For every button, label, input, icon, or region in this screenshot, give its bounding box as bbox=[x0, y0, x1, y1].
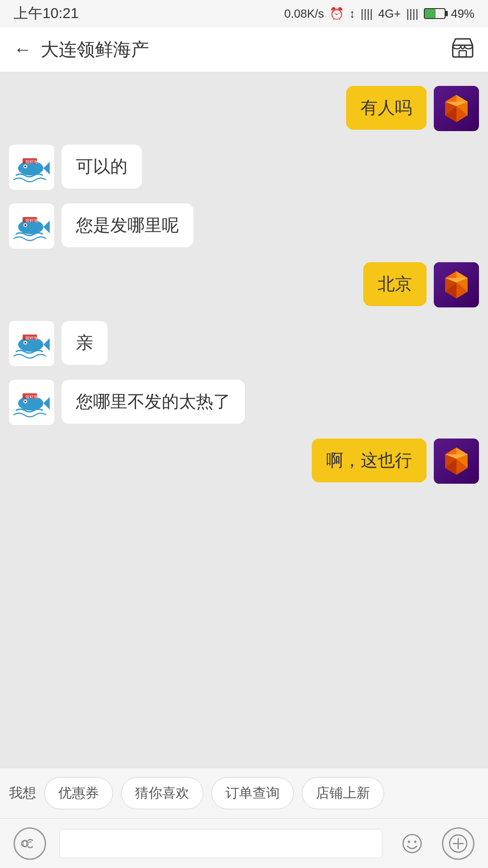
svg-point-57 bbox=[414, 840, 417, 843]
message-row: 北京 bbox=[9, 262, 479, 307]
header: ← 大连领鲜海产 bbox=[0, 27, 488, 72]
message-bubble: 您是发哪里呢 bbox=[61, 203, 193, 247]
message-bubble: 有人吗 bbox=[346, 86, 427, 130]
message-bubble: 亲 bbox=[61, 321, 108, 365]
signal-bars-2: |||| bbox=[406, 7, 418, 21]
network-speed: 0.08K/s bbox=[284, 7, 324, 21]
message-bubble: 啊，这也行 bbox=[312, 439, 427, 482]
quick-reply-coupons[interactable]: 优惠券 bbox=[44, 777, 113, 809]
chat-area: 有人吗 领鲜海产 可以的 bbox=[0, 72, 488, 768]
avatar-user bbox=[434, 86, 479, 131]
svg-rect-1 bbox=[459, 51, 466, 57]
message-row: 领鲜海产 亲 bbox=[9, 321, 479, 366]
status-time: 上午10:21 bbox=[14, 4, 79, 24]
svg-point-54 bbox=[22, 840, 28, 847]
input-bar bbox=[0, 818, 488, 868]
avatar-user bbox=[434, 439, 479, 484]
svg-text:领鲜海产: 领鲜海产 bbox=[25, 395, 42, 399]
header-left: ← 大连领鲜海产 bbox=[14, 37, 149, 62]
message-row: 领鲜海产 您哪里不发的太热了 bbox=[9, 380, 479, 425]
quick-reply-orders[interactable]: 订单查询 bbox=[211, 777, 294, 809]
message-row: 领鲜海产 可以的 bbox=[9, 145, 479, 190]
status-bar: 上午10:21 0.08K/s ⏰ ↕ |||| 4G+ |||| 49% bbox=[0, 0, 488, 27]
message-input[interactable] bbox=[60, 829, 382, 858]
svg-point-36 bbox=[24, 342, 26, 344]
avatar-shop: 领鲜海产 bbox=[9, 321, 54, 366]
message-row: 有人吗 bbox=[9, 86, 479, 131]
network-type: 4G+ bbox=[378, 7, 401, 21]
quick-reply-new-items[interactable]: 店铺上新 bbox=[302, 777, 384, 809]
signal-icon: ↕ bbox=[349, 7, 355, 21]
quick-reply-recommend[interactable]: 猜你喜欢 bbox=[121, 777, 203, 809]
quick-reply-label: 我想 bbox=[9, 784, 36, 802]
page-title: 大连领鲜海产 bbox=[41, 37, 149, 62]
store-icon[interactable] bbox=[451, 37, 474, 62]
battery-icon bbox=[424, 8, 446, 19]
emoji-button[interactable] bbox=[396, 827, 428, 860]
svg-text:领鲜海产: 领鲜海产 bbox=[25, 218, 42, 223]
avatar-shop: 领鲜海产 bbox=[9, 380, 54, 425]
svg-text:领鲜海产: 领鲜海产 bbox=[25, 160, 42, 164]
svg-point-55 bbox=[403, 835, 421, 853]
status-right: 0.08K/s ⏰ ↕ |||| 4G+ |||| 49% bbox=[284, 7, 474, 21]
svg-text:领鲜海产: 领鲜海产 bbox=[25, 336, 42, 340]
message-bubble: 您哪里不发的太热了 bbox=[61, 380, 245, 424]
avatar-shop: 领鲜海产 bbox=[9, 203, 54, 249]
back-button[interactable]: ← bbox=[14, 39, 32, 60]
quick-reply-bar: 我想 优惠券 猜你喜欢 订单查询 店铺上新 bbox=[0, 768, 488, 818]
svg-point-21 bbox=[24, 224, 26, 226]
battery-percent: 49% bbox=[451, 7, 474, 21]
signal-bars: |||| bbox=[361, 7, 373, 21]
message-row: 啊，这也行 bbox=[9, 439, 479, 484]
avatar-shop: 领鲜海产 bbox=[9, 145, 54, 190]
avatar-user bbox=[434, 262, 479, 307]
svg-point-56 bbox=[408, 840, 410, 843]
add-button[interactable] bbox=[442, 827, 474, 860]
message-row: 领鲜海产 您是发哪里呢 bbox=[9, 203, 479, 249]
svg-point-43 bbox=[24, 401, 26, 402]
message-bubble: 可以的 bbox=[61, 145, 142, 189]
svg-point-14 bbox=[24, 165, 26, 167]
voice-button[interactable] bbox=[14, 827, 46, 860]
message-bubble: 北京 bbox=[363, 262, 427, 306]
alarm-icon: ⏰ bbox=[329, 7, 344, 21]
